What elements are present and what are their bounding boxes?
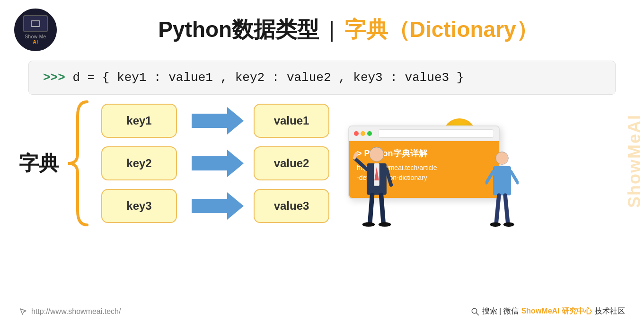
svg-point-3	[370, 147, 384, 161]
dot-green	[367, 131, 372, 136]
footer-brand: ShowMeAI 研究中心	[521, 306, 592, 316]
svg-marker-0	[192, 107, 244, 134]
search-icon	[471, 307, 479, 316]
cursor-icon	[19, 307, 27, 316]
svg-point-13	[379, 222, 391, 227]
footer: http://www.showmeai.tech/ 搜索 | 微信 ShowMe…	[0, 306, 644, 316]
title-highlight: 字典（Dictionary）	[344, 17, 538, 42]
arrow-3	[189, 189, 246, 223]
key-box-3: key3	[101, 189, 177, 223]
browser-dots	[354, 131, 372, 136]
svg-point-12	[362, 222, 375, 227]
arrow-1	[189, 104, 246, 138]
footer-community: 技术社区	[595, 306, 625, 316]
value-box-1: value1	[254, 104, 329, 138]
svg-marker-1	[192, 150, 244, 177]
svg-line-18	[496, 196, 499, 224]
footer-search: 搜索 | 微信	[482, 306, 519, 316]
logo: Show Me AI	[14, 9, 57, 51]
arrow-2	[189, 146, 246, 180]
footer-url-text: http://www.showmeai.tech/	[31, 307, 121, 316]
svg-line-9	[387, 169, 391, 185]
svg-line-17	[511, 171, 518, 183]
svg-line-23	[476, 313, 478, 315]
svg-point-14	[496, 152, 509, 165]
title-prefix: Python数据类型	[158, 17, 319, 42]
code-content: d = { key1 : value1 , key2 : value2 , ke…	[65, 71, 464, 85]
key-box-2: key2	[101, 146, 177, 180]
svg-line-8	[354, 153, 357, 158]
logo-ai: AI	[33, 39, 38, 45]
title-separator: |	[329, 17, 341, 42]
figure-right	[485, 149, 519, 234]
svg-rect-15	[493, 166, 511, 196]
svg-marker-2	[192, 192, 244, 220]
values-section: value1 value2 value3	[254, 104, 329, 223]
value-box-2: value2	[254, 146, 329, 180]
svg-line-7	[354, 158, 367, 170]
arrows-section	[189, 104, 246, 223]
right-panel: > Python字典详解 http://showmeai.tech/articl…	[348, 97, 519, 230]
code-block: >>> d = { key1 : value1 , key2 : value2 …	[28, 61, 616, 95]
brace-svg	[63, 97, 92, 230]
person-figure	[353, 144, 400, 234]
page-title: Python数据类型 | 字典（Dictionary）	[71, 15, 625, 45]
svg-line-16	[486, 171, 493, 183]
value-box-3: value3	[254, 189, 329, 223]
page: ShowMeAI Show Me AI Python数据类型 | 字典（Dict…	[0, 0, 644, 322]
key-box-1: key1	[101, 104, 177, 138]
svg-line-10	[370, 195, 372, 223]
svg-line-11	[381, 195, 384, 223]
url-bar	[378, 129, 494, 138]
dict-label: 字典	[19, 150, 59, 177]
svg-line-19	[505, 196, 508, 224]
keys-section: key1 key2 key3	[101, 104, 177, 223]
svg-point-20	[490, 222, 501, 226]
brace	[63, 97, 92, 230]
svg-point-21	[503, 222, 514, 226]
dot-yellow	[361, 131, 365, 136]
footer-right: 搜索 | 微信 ShowMeAI 研究中心 技术社区	[471, 306, 625, 316]
logo-screen	[23, 15, 48, 32]
logo-show: Show Me	[25, 34, 46, 39]
header: Show Me AI Python数据类型 | 字典（Dictionary）	[0, 0, 644, 56]
footer-url: http://www.showmeai.tech/	[19, 307, 121, 316]
main-content: 字典 key1 key2 key3	[0, 97, 644, 230]
browser-bar	[349, 126, 499, 141]
code-prompt: >>>	[43, 71, 65, 85]
dot-red	[354, 131, 359, 136]
